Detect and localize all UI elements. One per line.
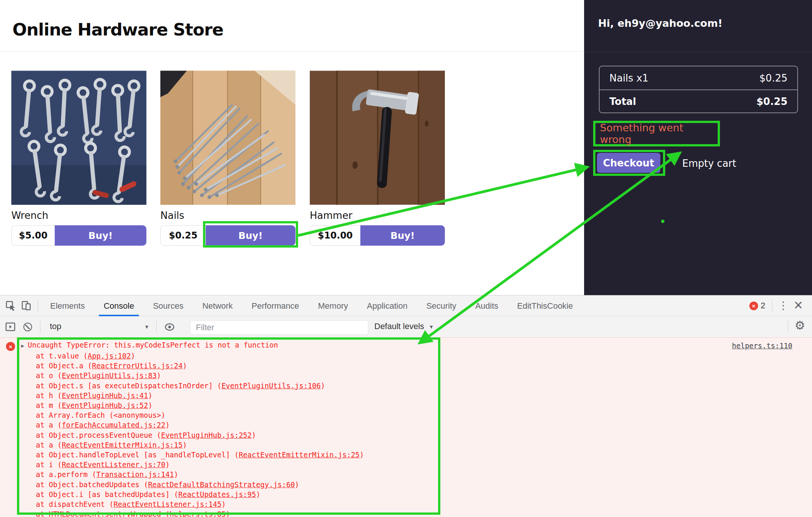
tab-console[interactable]: Console: [94, 295, 144, 316]
tab-elements[interactable]: Elements: [41, 295, 94, 316]
user-greeting: Hi, eh9y@yahoo.com!: [598, 17, 723, 29]
tab-application[interactable]: Application: [357, 295, 417, 316]
stack-frame: at i (ReactEventListener.js:70): [36, 460, 364, 469]
stack-trace: at t.value (App.js:102)at Object.a (Reac…: [36, 351, 364, 517]
header-divider: [0, 51, 584, 52]
stack-frame-source-link[interactable]: ReactEventEmitterMixin.js:25: [239, 451, 360, 459]
tab-network[interactable]: Network: [193, 295, 242, 316]
tab-sources[interactable]: Sources: [143, 295, 193, 316]
stack-frame-source-link[interactable]: ReactEventEmitterMixin.js:15: [62, 441, 183, 449]
product-name: Nails: [160, 210, 295, 221]
console-error-title: ▶Uncaught TypeError: this.myCodeIsPerfec…: [21, 341, 278, 349]
toolbar-divider: [788, 321, 788, 333]
tab-audits[interactable]: Audits: [466, 295, 508, 316]
price-buy-row: $5.00 Buy!: [11, 225, 146, 246]
stack-frame-source-link[interactable]: App.js:102: [88, 352, 131, 360]
product-price: $10.00: [310, 225, 360, 246]
devtools-tabbar: ElementsConsoleSourcesNetworkPerformance…: [0, 295, 812, 316]
devtools-tabs: ElementsConsoleSourcesNetworkPerformance…: [41, 295, 582, 316]
cart-item-row: Nails x1 $0.25: [600, 66, 797, 89]
console-toolbar: top ▼ Default levels ▼ ⚙: [0, 317, 812, 337]
stack-frame-source-link[interactable]: forEachAccumulated.js:22: [62, 421, 166, 429]
error-badge-icon: ×: [749, 302, 758, 310]
stack-frame: at Object.handleTopLevel [as _handleTopL…: [36, 450, 364, 460]
stack-frame-source-link[interactable]: ReactDefaultBatchingStrategy.js:60: [148, 480, 295, 489]
stack-frame-source-link[interactable]: EventPluginHub.js:252: [161, 431, 252, 439]
tab-editthiscookie[interactable]: EditThisCookie: [508, 295, 583, 316]
expand-triangle-icon[interactable]: ▶: [21, 343, 24, 349]
page-title: Online Hardware Store: [12, 20, 223, 40]
clear-console-icon[interactable]: [23, 323, 32, 331]
log-levels-selector[interactable]: Default levels: [374, 322, 424, 331]
nails-product-image: [160, 71, 295, 205]
devtools-panel: ElementsConsoleSourcesNetworkPerformance…: [0, 295, 812, 517]
execution-context-selector[interactable]: top: [50, 322, 62, 331]
inspect-element-icon[interactable]: [6, 301, 16, 311]
product-price: $5.00: [11, 225, 55, 246]
chevron-down-icon[interactable]: ▼: [144, 324, 149, 330]
panel-divider: [584, 52, 812, 52]
buy-button-nails[interactable]: Buy!: [206, 225, 295, 246]
stack-frame-source-link[interactable]: EventPluginHub.js:41: [62, 391, 148, 400]
price-buy-row: $0.25 Buy!: [160, 225, 295, 246]
empty-cart-button[interactable]: Empty cart: [682, 158, 736, 169]
live-expression-eye-icon[interactable]: [165, 323, 175, 331]
stack-frame: at Object.batchedUpdates (ReactDefaultBa…: [36, 480, 364, 489]
tab-performance[interactable]: Performance: [242, 295, 309, 316]
cart-panel: Hi, eh9y@yahoo.com! Nails x1 $0.25 Total…: [584, 0, 812, 295]
stack-frame-source-link[interactable]: helpers.ts:85: [170, 510, 226, 517]
stack-frame: at m (EventPluginHub.js:52): [36, 400, 364, 410]
wrench-product-image: [11, 71, 146, 205]
cart-item-label: Nails x1: [609, 72, 649, 84]
stack-frame: at HTMLDocument.sentryWrapped (helpers.t…: [36, 509, 364, 517]
product-name: Wrench: [11, 210, 146, 221]
tab-memory[interactable]: Memory: [309, 295, 357, 316]
console-messages: × helpers.ts:110 ▶Uncaught TypeError: th…: [0, 337, 812, 517]
stack-frame-source-link[interactable]: ReactEventListener.js:145: [114, 500, 221, 508]
device-toolbar-icon[interactable]: [21, 301, 31, 311]
cart-summary-table: Nails x1 $0.25 Total $0.25: [599, 66, 798, 113]
checkout-button[interactable]: Checkout: [597, 153, 660, 173]
stack-frame-source-link[interactable]: EventPluginUtils.js:83: [62, 371, 157, 380]
stack-frame: at h (EventPluginHub.js:41): [36, 391, 364, 400]
cart-total-row: Total $0.25: [600, 89, 797, 112]
product-card-hammer: Hammer $10.00 Buy!: [310, 71, 445, 246]
stack-frame-source-link[interactable]: Transaction.js:141: [96, 470, 174, 479]
buy-button-wrench[interactable]: Buy!: [55, 225, 146, 246]
chevron-down-icon[interactable]: ▼: [429, 324, 434, 330]
stack-frame: at t.value (App.js:102): [36, 351, 364, 361]
stack-frame-source-link[interactable]: EventPluginHub.js:52: [62, 401, 148, 409]
stack-frame-source-link[interactable]: ReactEventListener.js:70: [62, 460, 166, 469]
tab-security[interactable]: Security: [417, 295, 466, 316]
cart-item-price: $0.25: [760, 72, 787, 84]
stack-frame-source-link[interactable]: EventPluginUtils.js:106: [221, 382, 321, 390]
tabbar-divider: [38, 300, 38, 312]
buy-button-hammer[interactable]: Buy!: [360, 225, 445, 246]
error-circle-icon: ×: [6, 342, 15, 351]
stack-frame: at Object.processEventQueue (EventPlugin…: [36, 430, 364, 440]
toolbar-divider: [156, 321, 157, 333]
annotation-dot: [661, 220, 664, 223]
console-sidebar-icon[interactable]: [5, 322, 15, 332]
stack-frame-source-link[interactable]: ReactUpdates.js:95: [178, 490, 256, 499]
toolbar-divider: [40, 321, 40, 333]
more-options-icon[interactable]: ⋮: [778, 298, 789, 313]
product-card-wrench: Wrench $5.00 Buy!: [11, 71, 146, 246]
stack-frame: at a (ReactEventEmitterMixin.js:15): [36, 440, 364, 450]
console-filter-input[interactable]: [190, 320, 368, 335]
stack-frame: at dispatchEvent (ReactEventListener.js:…: [36, 499, 364, 509]
stack-frame: at Object.a (ReactErrorUtils.js:24): [36, 361, 364, 371]
product-price: $0.25: [160, 225, 206, 246]
cart-total-label: Total: [609, 96, 636, 107]
error-source-link[interactable]: helpers.ts:110: [732, 342, 792, 350]
hammer-product-image: [310, 71, 445, 205]
settings-gear-icon[interactable]: ⚙: [795, 319, 805, 332]
stack-frame: at Object.i [as batchedUpdates] (ReactUp…: [36, 489, 364, 499]
stack-frame: at a.perform (Transaction.js:141): [36, 469, 364, 479]
stack-frame: at Array.forEach (<anonymous>): [36, 410, 364, 420]
tabbar-divider: [772, 300, 772, 312]
price-buy-row: $10.00 Buy!: [310, 225, 445, 246]
cart-total-price: $0.25: [757, 96, 787, 107]
close-icon[interactable]: ×: [794, 295, 803, 315]
stack-frame-source-link[interactable]: ReactErrorUtils.js:24: [92, 362, 183, 370]
